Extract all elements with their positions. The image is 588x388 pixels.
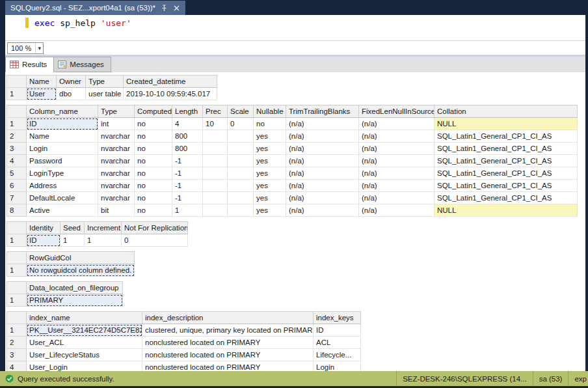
grid-cell[interactable]: 800 <box>172 143 203 155</box>
grid-row-number[interactable]: 2 <box>7 337 27 349</box>
grid-cell[interactable] <box>203 204 228 217</box>
grid-header-cell[interactable]: TrimTrailingBlanks <box>286 105 359 118</box>
grid-cell[interactable]: no <box>135 167 172 180</box>
grid-cell[interactable]: no <box>135 180 172 192</box>
grid-cell[interactable]: DefaultLocale <box>27 192 98 204</box>
grid-cell[interactable]: ID <box>27 118 98 130</box>
grid-cell[interactable]: 0 <box>122 234 188 247</box>
grid-cell[interactable]: LoginType <box>27 167 98 180</box>
grid-cell[interactable]: user table <box>86 88 124 100</box>
grid-cell[interactable] <box>228 130 254 143</box>
grid-cell[interactable]: yes <box>254 143 286 155</box>
grid-cell[interactable] <box>203 155 228 167</box>
grid-row-number[interactable]: 1 <box>7 264 27 277</box>
grid-corner[interactable] <box>7 105 27 118</box>
grid-cell[interactable]: NULL <box>434 204 578 217</box>
grid-cell[interactable]: User_ACL <box>27 337 142 349</box>
grid-cell[interactable]: ACL <box>314 337 361 349</box>
grid-cell[interactable]: no <box>135 118 172 130</box>
grid-cell[interactable]: NULL <box>434 118 578 130</box>
grid-cell[interactable]: SQL_Latin1_General_CP1_CI_AS <box>434 130 578 143</box>
grid-cell[interactable]: nvarchar <box>98 180 135 192</box>
grid-cell[interactable]: no <box>135 192 172 204</box>
grid-cell[interactable]: 4 <box>172 118 203 130</box>
grid-cell[interactable]: (n/a) <box>286 192 359 204</box>
grid-cell[interactable]: (n/a) <box>359 130 434 143</box>
grid-cell[interactable]: int <box>98 118 135 130</box>
grid-header-cell[interactable]: Owner <box>57 76 86 88</box>
document-tab[interactable]: SQLQuery2.sql - SEZ...xport04a1 (sa (53)… <box>5 1 185 15</box>
grid-header-cell[interactable]: Data_located_on_filegroup <box>27 282 123 294</box>
grid-row-number[interactable]: 1 <box>7 88 27 100</box>
grid-cell[interactable]: SQL_Latin1_General_CP1_CI_AS <box>434 180 578 192</box>
grid-row-number[interactable]: 4 <box>7 361 27 371</box>
grid-cell[interactable]: bit <box>98 204 135 217</box>
grid-row-number[interactable]: 2 <box>7 130 27 143</box>
grid-cell[interactable]: yes <box>254 192 286 204</box>
grid-cell[interactable]: nonclustered located on PRIMARY <box>142 337 314 349</box>
grid-header-cell[interactable]: Computed <box>135 105 172 118</box>
grid-cell[interactable] <box>228 143 254 155</box>
grid-cell[interactable]: -1 <box>172 167 203 180</box>
grid-header-cell[interactable]: Seed <box>60 222 85 234</box>
grid-row-number[interactable]: 3 <box>7 143 27 155</box>
grid-header-cell[interactable]: Type <box>86 76 124 88</box>
grid-header-cell[interactable]: Increment <box>85 222 122 234</box>
grid-cell[interactable]: no <box>135 204 172 217</box>
grid-header-cell[interactable]: Identity <box>27 222 60 234</box>
grid-header-cell[interactable]: Prec <box>203 105 228 118</box>
grid-cell[interactable]: no <box>135 143 172 155</box>
grid-cell[interactable]: nvarchar <box>98 192 135 204</box>
grid-cell[interactable]: SQL_Latin1_General_CP1_CI_AS <box>434 167 578 180</box>
grid-cell[interactable]: yes <box>254 180 286 192</box>
grid-cell[interactable]: -1 <box>172 180 203 192</box>
grid-corner[interactable] <box>7 312 27 324</box>
grid-cell[interactable]: 1 <box>172 204 203 217</box>
grid-cell[interactable]: yes <box>254 204 286 217</box>
grid-cell[interactable]: SQL_Latin1_General_CP1_CI_AS <box>434 143 578 155</box>
grid-cell[interactable]: nvarchar <box>98 155 135 167</box>
grid-cell[interactable]: -1 <box>172 155 203 167</box>
tab-results[interactable]: Results <box>5 57 54 72</box>
grid-row-number[interactable]: 1 <box>7 118 27 130</box>
grid-cell[interactable] <box>228 155 254 167</box>
grid-row-number[interactable]: 1 <box>7 294 27 307</box>
grid-cell[interactable] <box>203 143 228 155</box>
grid-cell[interactable]: (n/a) <box>286 204 359 217</box>
grid-cell[interactable]: Lifecycle... <box>314 349 361 361</box>
grid-cell[interactable]: (n/a) <box>359 118 434 130</box>
grid-cell[interactable]: User_Login <box>27 361 142 371</box>
grid-cell[interactable]: nonclustered located on PRIMARY <box>142 361 314 371</box>
grid-cell[interactable]: Password <box>27 155 98 167</box>
grid-cell[interactable]: (n/a) <box>359 167 434 180</box>
grid-cell[interactable]: (n/a) <box>359 155 434 167</box>
grid-header-cell[interactable]: index_description <box>142 312 314 324</box>
query-editor[interactable]: exec sp_help 'user' <box>5 15 585 40</box>
grid-header-cell[interactable]: Nullable <box>254 105 286 118</box>
grid-cell[interactable]: (n/a) <box>359 204 434 217</box>
grid-cell[interactable]: (n/a) <box>359 192 434 204</box>
grid-header-cell[interactable]: Name <box>27 76 57 88</box>
grid-cell[interactable]: ID <box>314 324 361 337</box>
close-icon[interactable] <box>172 4 180 12</box>
grid-cell[interactable] <box>203 167 228 180</box>
grid-cell[interactable]: (n/a) <box>286 155 359 167</box>
grid-cell[interactable]: (n/a) <box>359 180 434 192</box>
grid-cell[interactable]: nvarchar <box>98 130 135 143</box>
grid-cell[interactable]: (n/a) <box>286 180 359 192</box>
grid-cell[interactable]: nvarchar <box>98 143 135 155</box>
grid-cell[interactable]: 800 <box>172 130 203 143</box>
grid-row-number[interactable]: 5 <box>7 167 27 180</box>
grid-cell[interactable] <box>203 192 228 204</box>
grid-cell[interactable]: yes <box>254 155 286 167</box>
grid-header-cell[interactable]: Type <box>98 105 135 118</box>
grid-cell[interactable]: Login <box>27 143 98 155</box>
tab-messages[interactable]: Messages <box>54 57 111 72</box>
grid-cell[interactable]: 1 <box>60 234 85 247</box>
grid-cell[interactable]: yes <box>254 167 286 180</box>
grid-cell[interactable]: PK__User__3214EC274D5C7E82 <box>27 324 142 337</box>
grid-cell[interactable]: PRIMARY <box>27 294 123 307</box>
grid-cell[interactable]: no <box>135 130 172 143</box>
grid-cell[interactable]: User <box>27 88 57 100</box>
grid-header-cell[interactable]: index_keys <box>314 312 361 324</box>
